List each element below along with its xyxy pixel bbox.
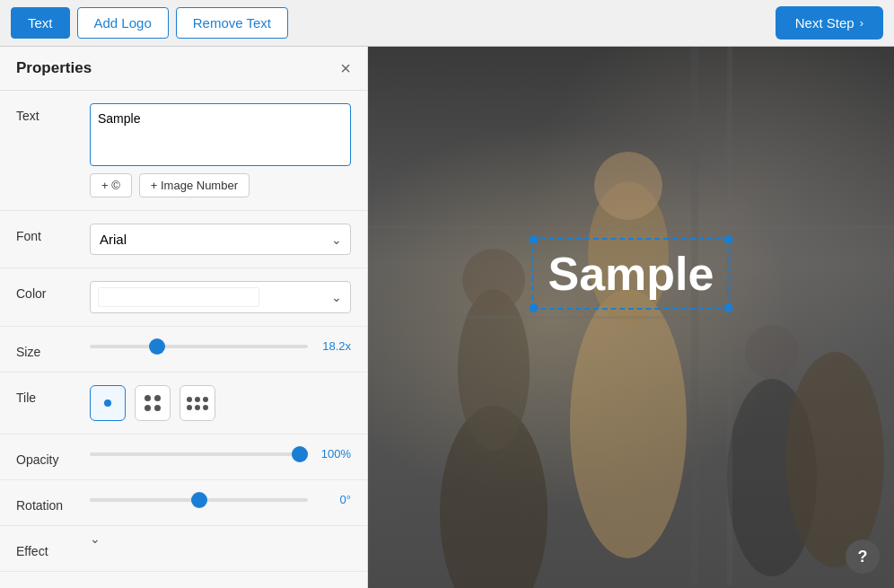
background-scene xyxy=(368,47,894,588)
svg-rect-12 xyxy=(368,316,894,319)
rotation-label: Rotation xyxy=(16,493,77,513)
font-content: Arial Times New Roman Helvetica Georgia … xyxy=(90,224,351,255)
panel-header: Properties × xyxy=(0,47,367,91)
font-property-row: Font Arial Times New Roman Helvetica Geo… xyxy=(0,211,367,268)
tile-2x2-grid xyxy=(145,395,161,411)
tile-dot-5 xyxy=(187,397,192,402)
handle-bottom-right[interactable] xyxy=(723,303,732,312)
chevron-right-icon: › xyxy=(860,16,863,30)
effect-property-row: Effect ⌄ xyxy=(0,526,367,572)
top-bar: Text Add Logo Remove Text Next Step › xyxy=(0,0,894,47)
tile-option-2x2[interactable] xyxy=(135,385,171,421)
size-property-row: Size 18.2x xyxy=(0,327,367,373)
handle-top-left[interactable] xyxy=(530,235,539,244)
effect-label: Effect xyxy=(16,539,77,558)
rotation-row: 0° xyxy=(90,493,351,506)
rotation-slider[interactable] xyxy=(90,498,308,502)
tile-option-3x2[interactable] xyxy=(180,385,215,421)
rotation-value: 0° xyxy=(317,493,351,506)
handle-top-right[interactable] xyxy=(723,235,732,244)
rotation-content: 0° xyxy=(90,493,351,506)
image-number-button[interactable]: + Image Number xyxy=(139,173,250,197)
font-select[interactable]: Arial Times New Roman Helvetica Georgia … xyxy=(90,224,351,255)
text-label: Text xyxy=(16,103,77,123)
tile-dot-8 xyxy=(187,405,192,410)
color-label: Color xyxy=(16,281,77,301)
sample-text-container[interactable]: Sample xyxy=(532,238,731,310)
copyright-button[interactable]: + © xyxy=(90,173,132,197)
opacity-value: 100% xyxy=(317,447,351,461)
svg-rect-11 xyxy=(368,226,894,229)
tile-label: Tile xyxy=(16,385,77,405)
text-content: Sample + © + Image Number xyxy=(90,103,351,197)
properties-panel: Properties × Text Sample + © + Image Num… xyxy=(0,47,368,588)
handle-bottom-left[interactable] xyxy=(530,303,539,312)
opacity-slider[interactable] xyxy=(90,452,308,456)
tile-property-row: Tile xyxy=(0,373,367,434)
color-property-row: Color ⌄ xyxy=(0,268,367,327)
tile-dot-4 xyxy=(154,405,161,411)
opacity-label: Opacity xyxy=(16,447,77,467)
font-label: Font xyxy=(16,224,77,243)
sample-text: Sample xyxy=(548,248,714,300)
tab-text[interactable]: Text xyxy=(11,7,70,39)
color-swatch xyxy=(98,287,259,307)
tile-options xyxy=(90,385,351,421)
svg-point-7 xyxy=(785,352,884,567)
opacity-row: 100% xyxy=(90,447,351,461)
size-slider[interactable] xyxy=(90,345,308,348)
tile-dot-2 xyxy=(154,395,161,401)
svg-point-1 xyxy=(458,289,530,451)
text-buttons: + © + Image Number xyxy=(90,173,351,197)
size-content: 18.2x xyxy=(90,339,351,353)
svg-point-8 xyxy=(745,325,799,379)
main-layout: Properties × Text Sample + © + Image Num… xyxy=(0,47,894,588)
tile-3x2-grid xyxy=(187,397,208,410)
next-step-button[interactable]: Next Step › xyxy=(776,6,883,39)
color-select-wrapper[interactable]: ⌄ xyxy=(90,281,351,313)
text-input[interactable]: Sample xyxy=(90,103,351,166)
help-button[interactable]: ? xyxy=(846,540,880,574)
opacity-content: 100% xyxy=(90,447,351,461)
size-row: 18.2x xyxy=(90,339,351,353)
sample-text-box[interactable]: Sample xyxy=(532,238,731,310)
rotation-property-row: Rotation 0° xyxy=(0,480,367,526)
tile-dot-6 xyxy=(195,397,200,402)
canvas-area[interactable]: Sample ? xyxy=(368,47,894,588)
tile-dot-1 xyxy=(145,395,151,401)
close-button[interactable]: × xyxy=(340,59,351,77)
svg-point-3 xyxy=(570,289,687,558)
tile-dot-3 xyxy=(145,405,151,411)
tile-content xyxy=(90,385,351,421)
color-preview[interactable] xyxy=(90,281,351,313)
font-select-wrapper: Arial Times New Roman Helvetica Georgia … xyxy=(90,224,351,255)
tile-option-single[interactable] xyxy=(90,385,126,421)
tile-dot-7 xyxy=(203,397,208,402)
next-step-label: Next Step xyxy=(795,15,855,31)
size-label: Size xyxy=(16,339,77,359)
tile-dot-10 xyxy=(203,405,208,410)
tab-add-logo[interactable]: Add Logo xyxy=(77,7,169,39)
effect-content: ⌄ xyxy=(90,539,351,553)
panel-title: Properties xyxy=(16,59,92,77)
svg-point-5 xyxy=(594,152,662,220)
color-content: ⌄ xyxy=(90,281,351,313)
tile-dot-9 xyxy=(195,405,200,410)
svg-point-2 xyxy=(462,249,525,312)
tile-single-dot xyxy=(104,399,111,407)
effect-dropdown-icon[interactable]: ⌄ xyxy=(90,531,101,546)
effect-row: ⌄ xyxy=(90,539,351,553)
tab-remove-text[interactable]: Remove Text xyxy=(176,7,288,39)
size-value: 18.2x xyxy=(317,339,351,353)
text-property-row: Text Sample + © + Image Number xyxy=(0,91,367,211)
opacity-property-row: Opacity 100% xyxy=(0,434,367,480)
